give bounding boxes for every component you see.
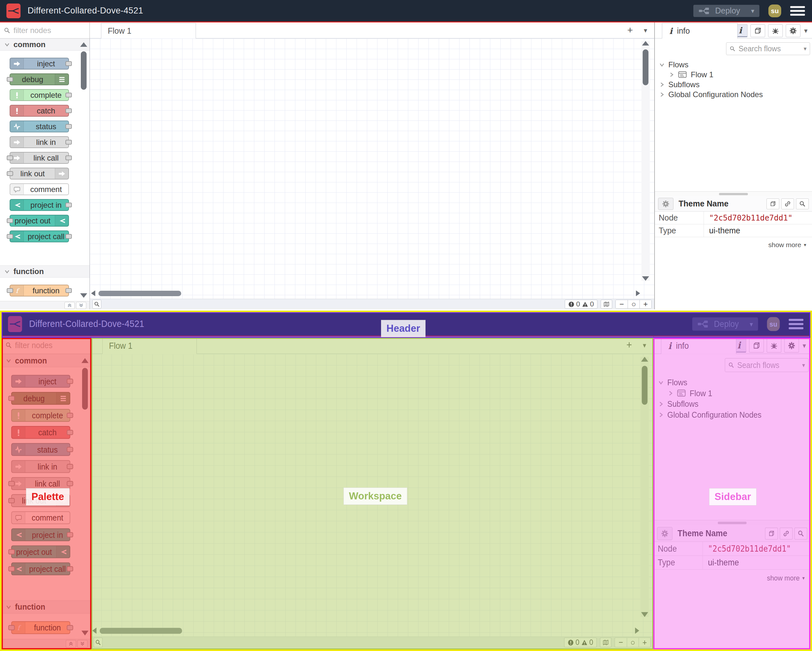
deploy-options-caret-icon[interactable]: ▾ [750, 320, 753, 328]
zoom-reset-button[interactable]: ○ [627, 300, 640, 308]
tree-item-subflows[interactable]: Subflows [654, 398, 810, 409]
node-help-button[interactable] [766, 198, 779, 209]
palette-node[interactable]: link out [11, 494, 70, 507]
tab-info[interactable]: i info [662, 23, 737, 38]
sidebar-splitter[interactable] [654, 520, 810, 525]
palette-node[interactable]: function [10, 285, 69, 296]
palette-category-common[interactable]: common [0, 38, 90, 51]
node-help-button[interactable] [765, 528, 778, 540]
palette-node[interactable]: comment [10, 183, 69, 195]
scrollbar-thumb[interactable] [98, 291, 181, 296]
palette-node[interactable]: status [11, 443, 70, 456]
flowfuse-logo-icon[interactable] [6, 3, 20, 18]
expand-all-categories-button[interactable] [76, 302, 86, 309]
scroll-left-arrow[interactable] [92, 628, 96, 634]
main-menu-button[interactable] [790, 6, 805, 16]
scrollbar-thumb[interactable] [642, 366, 647, 405]
config-node-button[interactable] [658, 198, 673, 210]
find-node-button[interactable] [794, 528, 807, 540]
deploy-options-caret-icon[interactable]: ▾ [751, 7, 754, 15]
scroll-up-arrow[interactable] [81, 358, 89, 363]
canvas-horizontal-scrollbar[interactable] [92, 627, 639, 634]
scroll-right-arrow[interactable] [636, 290, 640, 296]
palette-category-function[interactable]: function [2, 600, 91, 613]
add-flow-button[interactable]: + [626, 25, 634, 35]
tree-item-flows[interactable]: Flows [654, 377, 810, 388]
sidebar-help-button[interactable] [751, 24, 765, 37]
palette-node[interactable]: function [11, 621, 70, 634]
tree-item-global-config[interactable]: Global Configuration Nodes [654, 409, 810, 420]
config-node-button[interactable] [657, 527, 673, 540]
tree-item-flows[interactable]: Flows [655, 59, 812, 70]
sidebar-debug-button[interactable] [767, 339, 781, 352]
palette-node[interactable]: project call [10, 230, 69, 242]
palette-node[interactable]: project in [11, 528, 70, 541]
canvas-vertical-scrollbar[interactable] [641, 41, 650, 281]
sidebar-debug-button[interactable] [768, 24, 783, 37]
canvas-search-button[interactable] [94, 637, 102, 647]
palette-category-function[interactable]: function [0, 265, 90, 277]
canvas-vertical-scrollbar[interactable] [640, 357, 649, 617]
scrollbar-thumb[interactable] [82, 368, 88, 410]
canvas-horizontal-scrollbar[interactable] [91, 290, 640, 297]
palette-node[interactable]: project out [10, 215, 69, 227]
palette-node[interactable]: debug [10, 73, 69, 85]
scrollbar-thumb[interactable] [81, 51, 87, 90]
palette-node[interactable]: catch [10, 105, 69, 117]
sidebar-help-button[interactable] [749, 339, 764, 352]
flow-canvas[interactable] [90, 38, 654, 299]
palette-node[interactable]: link in [11, 460, 70, 473]
palette-node[interactable]: link call [11, 477, 70, 490]
palette-filter-input[interactable] [13, 26, 85, 35]
zoom-in-button[interactable]: + [638, 638, 650, 647]
deploy-button[interactable]: Deploy ▾ [693, 5, 759, 17]
palette-node[interactable]: link in [10, 136, 69, 148]
scroll-up-arrow[interactable] [642, 41, 649, 46]
flow-list-caret-icon[interactable]: ▾ [642, 342, 647, 349]
error-warning-counts[interactable]: 0 0 [565, 300, 598, 309]
tree-item-subflows[interactable]: Subflows [655, 79, 812, 90]
scroll-down-arrow[interactable] [642, 276, 649, 281]
user-avatar[interactable]: su [768, 5, 781, 17]
palette-node[interactable]: link out [10, 168, 69, 180]
canvas-search-button[interactable] [92, 300, 101, 309]
zoom-out-button[interactable]: − [615, 638, 627, 647]
palette-node[interactable]: catch [11, 426, 70, 439]
search-flows-box[interactable]: ▾ [725, 358, 809, 372]
palette-scrollbar[interactable] [81, 358, 89, 635]
palette-node[interactable]: project in [10, 199, 69, 211]
sidebar-config-button[interactable] [786, 24, 800, 37]
palette-node[interactable]: inject [10, 58, 69, 70]
scrollbar-thumb[interactable] [643, 49, 649, 85]
search-flows-input[interactable] [738, 44, 801, 53]
tab-flow-1[interactable]: Flow 1 [102, 337, 197, 354]
search-flows-input[interactable] [737, 360, 800, 370]
find-node-button[interactable] [796, 198, 809, 209]
palette-node[interactable]: complete [10, 89, 69, 101]
sidebar-splitter[interactable] [655, 191, 812, 196]
main-menu-button[interactable] [789, 319, 803, 329]
scroll-down-arrow[interactable] [81, 631, 89, 635]
palette-node[interactable]: complete [11, 409, 70, 422]
palette-node[interactable]: inject [11, 375, 70, 387]
palette-node[interactable]: project call [11, 563, 70, 575]
scroll-right-arrow[interactable] [635, 628, 639, 634]
zoom-reset-button[interactable]: ○ [627, 638, 638, 647]
zoom-in-button[interactable]: + [640, 300, 651, 308]
palette-scrollbar[interactable] [80, 42, 87, 298]
palette-node[interactable]: link call [10, 152, 69, 164]
flow-canvas[interactable] [91, 354, 653, 637]
scrollbar-thumb[interactable] [100, 628, 182, 633]
scroll-down-arrow[interactable] [641, 612, 648, 617]
show-more-toggle[interactable]: show more ▾ [655, 237, 812, 253]
palette-filter-input[interactable] [14, 340, 87, 350]
copy-link-button[interactable] [781, 198, 794, 209]
palette-node[interactable]: comment [11, 511, 70, 524]
search-filter-caret-icon[interactable]: ▾ [802, 361, 805, 369]
deploy-button[interactable]: Deploy ▾ [692, 317, 758, 331]
flowfuse-logo-icon[interactable] [8, 316, 22, 332]
palette-category-common[interactable]: common [2, 354, 91, 367]
tab-info[interactable]: i info [661, 337, 736, 354]
search-flows-box[interactable]: ▾ [726, 42, 810, 55]
palette-node[interactable]: debug [11, 392, 70, 405]
